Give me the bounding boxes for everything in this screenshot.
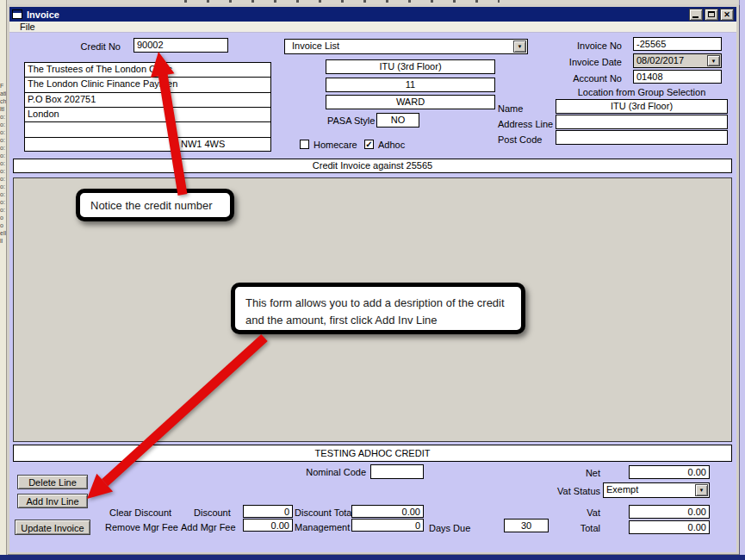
callout-credit-number: Notice the credit number: [76, 189, 234, 221]
account-no-field[interactable]: 01408: [633, 70, 722, 84]
window-title: Invoice: [27, 9, 59, 20]
account-no-label: Account No: [551, 73, 622, 84]
invoice-line-description[interactable]: TESTING ADHOC CREDIT: [13, 445, 732, 462]
homecare-checkbox[interactable]: [300, 140, 309, 149]
maximize-icon: [708, 11, 715, 17]
update-invoice-button[interactable]: Update Invoice: [15, 520, 90, 535]
invoice-list-selected: Invoice List: [288, 40, 339, 51]
chevron-down-icon[interactable]: ▼: [707, 55, 720, 66]
close-button[interactable]: ✕: [720, 9, 734, 21]
background-window-right-edge: [739, 0, 745, 555]
discount-total-label: Discount Total:: [295, 507, 357, 518]
credit-no-field[interactable]: 90002: [133, 38, 228, 53]
discount-field[interactable]: 0: [243, 505, 293, 518]
pasa-style-field[interactable]: NO: [376, 113, 419, 128]
screen: F ati ch ltl o: o: o: o: o: o: o: o: o: …: [0, 0, 745, 560]
chevron-down-icon[interactable]: ▼: [695, 484, 708, 496]
postcode-value[interactable]: NW1 4WS: [177, 138, 270, 151]
pasa-style-label: PASA Style: [327, 115, 375, 126]
add-inv-line-button[interactable]: Add Inv Line: [17, 494, 88, 508]
address-line[interactable]: [25, 122, 270, 137]
days-due-field[interactable]: 30: [504, 519, 549, 532]
location-name-label: Name: [498, 103, 523, 114]
check-icon: ✓: [365, 140, 372, 149]
invoice-no-label: Invoice No: [551, 40, 622, 51]
address-line[interactable]: P.O Box 202751: [25, 93, 270, 108]
add-mgr-fee-field[interactable]: 0.00: [243, 519, 293, 532]
homecare-label: Homecare: [314, 140, 357, 150]
close-icon: ✕: [723, 10, 730, 19]
location-address1-field[interactable]: [556, 115, 728, 129]
maximize-button[interactable]: [705, 9, 718, 21]
discount-total-field[interactable]: 0.00: [351, 505, 424, 518]
nominal-code-field[interactable]: [370, 464, 424, 479]
location-name-field[interactable]: ITU (3rd Floor): [556, 99, 728, 114]
menu-file[interactable]: File: [16, 22, 40, 33]
location-group-header: Location from Group Selection: [556, 87, 728, 97]
adhoc-checkbox[interactable]: ✓: [364, 140, 374, 149]
delete-line-button[interactable]: Delete Line: [17, 475, 88, 489]
minimize-button[interactable]: [689, 9, 703, 21]
customer-address-block[interactable]: The Trustees of The London Clinic The Lo…: [24, 62, 271, 152]
address-line[interactable]: London: [25, 108, 270, 122]
discount-label: Discount: [194, 507, 231, 518]
management-fee-field[interactable]: 0: [351, 519, 424, 532]
address-postcode-left-cell: [25, 138, 177, 151]
net-field[interactable]: 0.00: [629, 465, 710, 479]
invoice-no-field[interactable]: -25565: [633, 37, 722, 51]
title-bar: Invoice ✕: [9, 7, 736, 22]
vat-field[interactable]: 0.00: [629, 505, 710, 519]
menu-bar: File: [9, 22, 736, 33]
address-line[interactable]: The Trustees of The London Clinic: [25, 63, 270, 78]
location-postcode-field[interactable]: [556, 130, 728, 145]
invoice-date-picker[interactable]: 08/02/2017 ▼: [633, 53, 722, 68]
vat-status-label: Vat Status: [534, 486, 600, 496]
nominal-code-label: Nominal Code: [293, 467, 366, 477]
minimize-icon: [692, 16, 698, 18]
department-number-field[interactable]: 11: [326, 78, 495, 92]
adhoc-label: Adhoc: [378, 140, 405, 150]
callout-add-inv-line: This form allows you to add a desription…: [231, 283, 525, 334]
location-address1-label: Address Line 1: [498, 119, 561, 129]
net-label: Net: [543, 468, 600, 478]
credit-invoice-banner: Credit Invoice against 25565: [13, 159, 732, 173]
vat-status-selected: Exempt: [606, 484, 638, 495]
department-type-field[interactable]: WARD: [326, 95, 495, 109]
total-field[interactable]: 0.00: [629, 520, 710, 534]
vat-label: Vat: [543, 507, 600, 518]
remove-mgr-fee-action[interactable]: Remove Mgr Fee: [105, 522, 178, 532]
clear-discount-action[interactable]: Clear Discount: [109, 507, 171, 518]
background-window-left-edge: F ati ch ltl o: o: o: o: o: o: o: o: o: …: [0, 0, 7, 560]
invoice-date-label: Invoice Date: [551, 57, 622, 67]
invoice-list-dropdown[interactable]: Invoice List ▼: [284, 39, 528, 54]
location-postcode-label: Post Code: [498, 134, 542, 145]
invoice-date-value: 08/02/2017: [636, 55, 684, 65]
background-taskbar-edge: [0, 555, 745, 560]
days-due-label: Days Due: [429, 523, 470, 533]
vat-status-dropdown[interactable]: Exempt ▼: [603, 482, 710, 498]
add-mgr-fee-label[interactable]: Add Mgr Fee: [181, 522, 236, 532]
address-line[interactable]: The London Clinic Finance Paymen: [25, 78, 270, 92]
address-postcode-row[interactable]: NW1 4WS: [25, 138, 270, 151]
credit-no-label: Credit No: [52, 41, 121, 52]
form-icon: [12, 9, 22, 19]
department-field[interactable]: ITU (3rd Floor): [326, 59, 495, 74]
total-label: Total: [543, 523, 600, 533]
chevron-down-icon[interactable]: ▼: [513, 40, 526, 53]
